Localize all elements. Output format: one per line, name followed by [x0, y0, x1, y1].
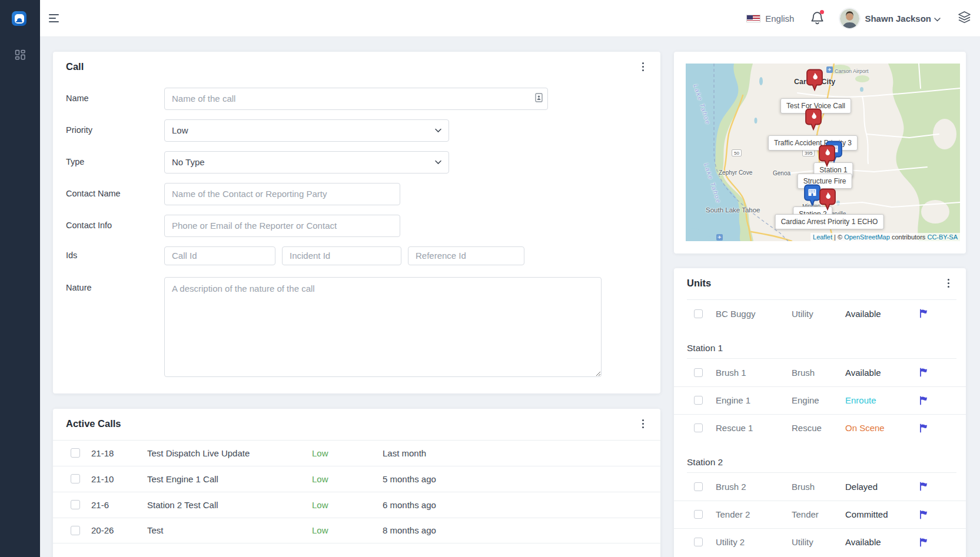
unit-row[interactable]: Utility 2 Utility Available	[674, 528, 966, 556]
call-row[interactable]: 21-18 Test Dispatch Live Update Low Last…	[53, 440, 660, 466]
chevron-down-icon	[934, 14, 941, 24]
flag-icon[interactable]	[919, 423, 928, 433]
top-navbar: English Shawn	[40, 0, 980, 37]
unit-checkbox[interactable]	[694, 396, 703, 405]
call-row[interactable]: 21-6 Station 2 Test Call Low 6 months ag…	[53, 492, 660, 518]
contact-name-input[interactable]	[164, 183, 400, 205]
unit-name: Utility 2	[716, 537, 779, 547]
leaflet-link[interactable]: Leaflet	[813, 234, 832, 241]
unit-type: Brush	[792, 482, 832, 492]
menu-icon[interactable]	[49, 12, 61, 24]
sidebar	[0, 0, 40, 557]
fire-marker-icon[interactable]	[806, 69, 823, 91]
call-row-checkbox[interactable]	[71, 526, 80, 535]
contact-book-icon[interactable]	[535, 93, 543, 105]
fire-marker-icon[interactable]	[819, 188, 836, 211]
flag-icon[interactable]	[919, 309, 928, 318]
nature-textarea[interactable]	[164, 277, 602, 377]
call-row-checkbox[interactable]	[71, 448, 80, 458]
leaflet-map[interactable]: Lake Tahoe Lake Tahoe Carson City ✈ Cars…	[686, 64, 960, 241]
call-card: Call Name	[53, 52, 660, 393]
call-row-checkbox[interactable]	[71, 474, 80, 483]
unit-status: Available	[845, 537, 906, 547]
unit-checkbox[interactable]	[694, 510, 703, 519]
siren-icon	[15, 14, 24, 24]
south-lake-tahoe-label: South Lake Tahoe	[706, 206, 760, 214]
flag-icon[interactable]	[919, 396, 928, 405]
license-link[interactable]: CC-BY-SA	[927, 234, 958, 241]
call-name-input[interactable]	[164, 88, 548, 110]
unit-row[interactable]: Brush 1 Brush Available	[674, 359, 966, 386]
nature-label: Nature	[66, 277, 164, 377]
units-menu-icon[interactable]	[944, 276, 953, 290]
call-time: 8 months ago	[383, 525, 660, 535]
call-priority: Low	[312, 448, 371, 458]
map-tooltip: Traffic Accident Priority 3	[768, 135, 858, 151]
unit-type: Brush	[792, 368, 832, 378]
call-id-input[interactable]	[164, 246, 275, 265]
unit-name: Brush 2	[716, 482, 779, 492]
unit-checkbox[interactable]	[694, 482, 703, 491]
flag-icon[interactable]	[919, 368, 928, 377]
call-name: Station 2 Test Call	[147, 500, 301, 510]
unit-checkbox[interactable]	[694, 423, 703, 432]
fire-marker-icon[interactable]	[818, 145, 836, 167]
type-select[interactable]: No Type	[164, 151, 449, 174]
call-priority: Low	[312, 474, 371, 484]
call-name: Test Dispatch Live Update	[147, 448, 301, 458]
map-tooltip: Cardiac Arrest Priority 1 ECHO	[775, 214, 884, 229]
flag-icon[interactable]	[919, 482, 928, 491]
user-menu[interactable]: Shawn Jackson	[865, 14, 931, 24]
contact-info-label: Contact Info	[66, 215, 164, 237]
active-calls-menu-icon[interactable]	[639, 417, 647, 431]
call-priority: Low	[312, 500, 371, 510]
unit-row[interactable]: Engine 1 Engine Enroute	[674, 386, 966, 414]
main-content: Call Name	[40, 37, 980, 557]
name-label: Name	[66, 88, 164, 110]
call-id: 20-26	[91, 525, 136, 535]
priority-select[interactable]: Low	[164, 119, 449, 142]
unit-row[interactable]: BC Buggy Utility Available	[674, 300, 966, 328]
app-root: English Shawn	[0, 0, 980, 557]
unit-type: Utility	[792, 537, 832, 547]
notifications-bell-icon[interactable]	[810, 11, 825, 26]
unit-name: Brush 1	[716, 368, 779, 378]
call-name: Test Engine 1 Call	[147, 474, 301, 484]
osm-link[interactable]: OpenStreetMap	[844, 234, 890, 241]
unit-checkbox[interactable]	[694, 309, 703, 318]
units-title: Units	[687, 278, 711, 289]
airport-icon: ✈	[826, 66, 833, 73]
flag-icon[interactable]	[919, 538, 928, 547]
type-label: Type	[66, 151, 164, 174]
active-calls-card: Active Calls 21-18 Test Dispatch Live Up…	[53, 409, 660, 557]
unit-row[interactable]: Rescue 1 Rescue On Scene	[674, 414, 966, 442]
layers-icon[interactable]	[958, 11, 971, 26]
call-time: 6 months ago	[383, 500, 660, 510]
dashboard-icon[interactable]	[15, 49, 26, 63]
map-card: Lake Tahoe Lake Tahoe Carson City ✈ Cars…	[674, 52, 966, 254]
unit-status: On Scene	[845, 423, 906, 433]
unit-name: BC Buggy	[716, 309, 779, 319]
reference-id-input[interactable]	[408, 246, 524, 265]
call-row-checkbox[interactable]	[71, 500, 80, 509]
incident-id-input[interactable]	[282, 246, 401, 265]
call-row[interactable]: 20-26 Test Low 8 months ago	[53, 518, 660, 543]
highway-shield-50: 50	[732, 149, 742, 156]
language-selector[interactable]: English	[765, 14, 794, 24]
unit-checkbox[interactable]	[694, 538, 703, 546]
unit-row[interactable]: Tender 2 Tender Committed	[674, 501, 966, 528]
contact-info-input[interactable]	[164, 215, 400, 237]
unit-type: Rescue	[792, 423, 832, 433]
call-row[interactable]: 21-10 Test Engine 1 Call Low 5 months ag…	[53, 466, 660, 492]
unit-checkbox[interactable]	[694, 368, 703, 377]
unit-name: Tender 2	[716, 509, 779, 519]
unit-row[interactable]: Brush 2 Brush Delayed	[674, 473, 966, 501]
avatar[interactable]	[840, 9, 859, 28]
app-logo[interactable]	[12, 11, 26, 26]
contact-name-label: Contact Name	[66, 183, 164, 205]
call-card-title: Call	[66, 61, 84, 72]
call-card-menu-icon[interactable]	[639, 60, 647, 74]
fire-marker-icon[interactable]	[805, 108, 822, 131]
unit-name: Rescue 1	[716, 423, 779, 433]
flag-icon[interactable]	[919, 510, 928, 519]
